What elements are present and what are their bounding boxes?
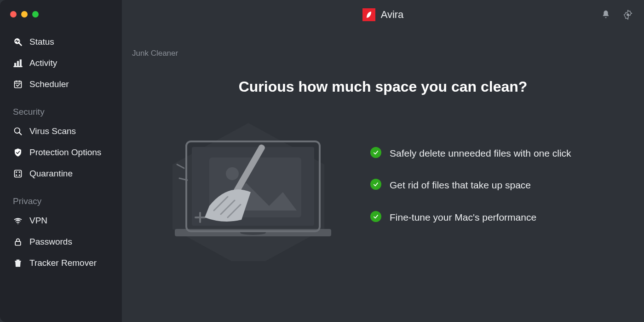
svg-rect-6 <box>15 81 22 88</box>
page-headline: Curious how much space you can clean? <box>122 78 644 95</box>
benefit-text: Safely delete unneeded files with one cl… <box>390 146 571 161</box>
calendar-check-icon <box>13 79 23 89</box>
sidebar-section-security: Security <box>0 95 122 121</box>
topbar: Avira <box>122 0 644 29</box>
sidebar-item-label: Tracker Remover <box>29 258 97 268</box>
sidebar-item-virus-scans[interactable]: Virus Scans <box>0 121 122 142</box>
benefits-list: Safely delete unneeded files with one cl… <box>366 146 630 225</box>
wifi-icon <box>13 216 23 226</box>
svg-rect-18 <box>15 241 21 245</box>
svg-point-14 <box>19 171 20 173</box>
settings-gear-icon[interactable] <box>623 10 633 20</box>
sidebar-item-label: Activity <box>29 58 57 68</box>
sidebar-item-label: Passwords <box>29 237 72 247</box>
svg-rect-4 <box>20 60 21 67</box>
minimize-window-button[interactable] <box>21 11 28 18</box>
sidebar-item-quarantine[interactable]: Quarantine <box>0 163 122 184</box>
svg-rect-3 <box>17 61 18 67</box>
sidebar-item-label: Quarantine <box>29 169 73 179</box>
sidebar-item-label: Status <box>29 37 54 47</box>
benefit-item: Safely delete unneeded files with one cl… <box>370 146 630 161</box>
close-window-button[interactable] <box>10 11 17 18</box>
sidebar-section-privacy: Privacy <box>0 184 122 210</box>
shield-icon <box>13 147 23 158</box>
brand-name: Avira <box>381 9 404 21</box>
sidebar-item-label: VPN <box>29 216 47 226</box>
benefit-item: Fine-tune your Mac's performance <box>370 210 630 225</box>
sidebar-item-tracker-remover[interactable]: Tracker Remover <box>0 252 122 274</box>
brand: Avira <box>362 8 404 21</box>
zoom-window-button[interactable] <box>32 11 39 18</box>
sidebar-item-status[interactable]: Status <box>0 31 122 53</box>
sidebar: Status Activity Scheduler Security Virus… <box>0 0 122 322</box>
svg-point-15 <box>16 175 17 176</box>
breadcrumb: Junk Cleaner <box>122 29 644 58</box>
sidebar-item-activity[interactable]: Activity <box>0 53 122 74</box>
benefit-item: Get rid of files that take up space <box>370 178 630 193</box>
svg-rect-12 <box>15 170 22 177</box>
trash-icon <box>13 258 23 268</box>
svg-point-16 <box>19 175 20 176</box>
sidebar-item-label: Protection Options <box>29 147 101 158</box>
benefit-text: Fine-tune your Mac's performance <box>390 210 536 225</box>
check-icon <box>370 211 381 222</box>
check-icon <box>370 179 381 190</box>
bar-chart-icon <box>13 58 23 68</box>
svg-point-13 <box>16 171 17 173</box>
svg-point-28 <box>226 167 239 180</box>
sidebar-item-label: Scheduler <box>29 79 69 89</box>
sidebar-item-vpn[interactable]: VPN <box>0 210 122 231</box>
notifications-icon[interactable] <box>601 10 611 20</box>
svg-point-17 <box>17 223 18 224</box>
main-content: Avira Junk Cleaner Curious how much spac… <box>122 0 644 322</box>
magnifier-icon <box>13 126 23 136</box>
svg-line-1 <box>19 43 22 46</box>
check-icon <box>370 147 381 158</box>
junk-cleaner-illustration <box>136 114 361 261</box>
avira-logo-icon <box>362 8 375 21</box>
svg-line-11 <box>19 133 22 135</box>
sidebar-item-label: Virus Scans <box>29 126 76 136</box>
magnifier-pulse-icon <box>13 37 23 47</box>
sidebar-item-passwords[interactable]: Passwords <box>0 231 122 252</box>
sidebar-item-protection-options[interactable]: Protection Options <box>0 142 122 163</box>
sidebar-item-scheduler[interactable]: Scheduler <box>0 74 122 95</box>
benefit-text: Get rid of files that take up space <box>390 178 531 193</box>
window-controls <box>0 7 122 31</box>
quarantine-icon <box>13 169 23 179</box>
lock-icon <box>13 237 23 247</box>
svg-rect-5 <box>14 66 22 67</box>
